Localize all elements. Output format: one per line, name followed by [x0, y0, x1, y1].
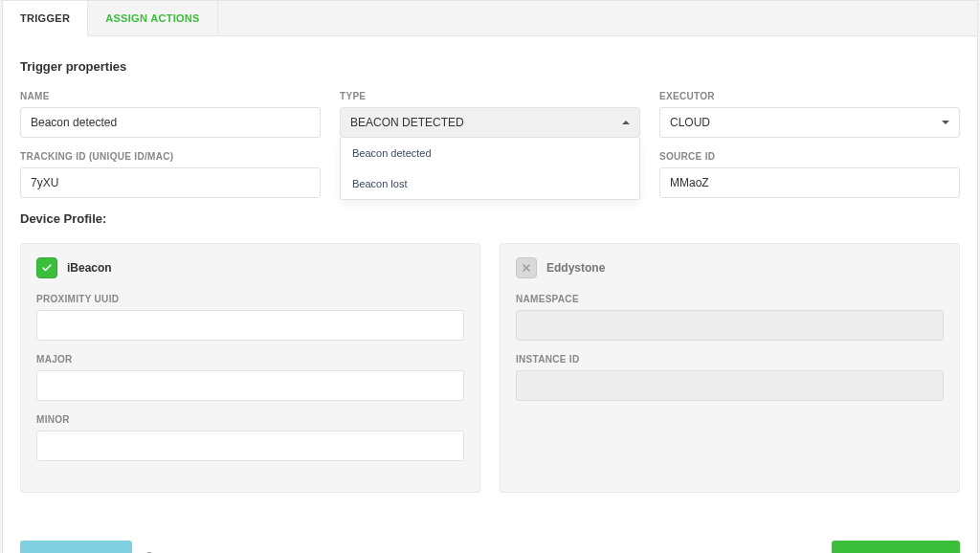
trigger-editor-panel: TRIGGER ASSIGN ACTIONS Trigger propertie…: [2, 0, 978, 553]
name-label: NAME: [20, 91, 321, 101]
help-icon[interactable]: ?: [145, 549, 153, 553]
ibeacon-card: iBeacon PROXIMITY UUID MAJOR MINOR: [20, 243, 480, 493]
check-icon: [41, 262, 53, 274]
major-input[interactable]: [36, 370, 464, 401]
tracking-id-field-group: TRACKING ID (UNIQUE ID/MAC): [20, 151, 321, 198]
source-id-field-group: SOURCE ID: [659, 151, 960, 198]
tracking-id-input[interactable]: [20, 167, 321, 198]
ibeacon-title: iBeacon: [67, 261, 112, 275]
trigger-panel: Trigger properties NAME TYPE BEACON DETE…: [3, 36, 977, 553]
x-icon: [521, 262, 532, 274]
type-label: TYPE: [340, 91, 640, 101]
instance-id-label: INSTANCE ID: [516, 354, 944, 365]
executor-field-group: EXECUTOR CLOUD: [659, 91, 960, 138]
name-input[interactable]: [20, 107, 321, 138]
type-option-beacon-detected[interactable]: Beacon detected: [341, 138, 639, 168]
caret-up-icon: [622, 121, 630, 124]
major-label: MAJOR: [36, 354, 464, 365]
footer-actions: TEST TRIGGER ? CANCEL UPDATE TRIGGER: [20, 512, 960, 553]
eddystone-header: Eddystone: [516, 257, 944, 278]
source-id-label: SOURCE ID: [659, 151, 960, 162]
eddystone-title: Eddystone: [546, 261, 605, 275]
source-id-input[interactable]: [659, 167, 960, 198]
eddystone-checkbox[interactable]: [516, 257, 537, 278]
executor-select[interactable]: CLOUD: [659, 107, 960, 138]
device-profile-title: Device Profile:: [20, 211, 960, 226]
type-option-beacon-lost[interactable]: Beacon lost: [341, 168, 639, 199]
type-dropdown-menu: Beacon detected Beacon lost: [340, 138, 640, 200]
namespace-label: NAMESPACE: [516, 294, 944, 304]
major-group: MAJOR: [36, 354, 464, 401]
ibeacon-header: iBeacon: [36, 257, 464, 278]
test-trigger-button[interactable]: TEST TRIGGER: [20, 541, 132, 553]
cancel-button[interactable]: CANCEL: [745, 541, 821, 553]
instance-id-group: INSTANCE ID: [516, 354, 944, 401]
instance-id-input: [516, 370, 944, 401]
minor-input[interactable]: [36, 431, 464, 461]
type-dropdown-wrap: BEACON DETECTED Beacon detected Beacon l…: [340, 107, 640, 138]
device-profiles: iBeacon PROXIMITY UUID MAJOR MINOR: [20, 243, 960, 493]
tab-trigger[interactable]: TRIGGER: [3, 1, 88, 36]
update-trigger-button[interactable]: UPDATE TRIGGER: [832, 541, 960, 553]
proximity-uuid-group: PROXIMITY UUID: [36, 294, 464, 341]
tab-assign-actions[interactable]: ASSIGN ACTIONS: [88, 1, 218, 35]
proximity-uuid-label: PROXIMITY UUID: [36, 294, 464, 304]
type-select[interactable]: BEACON DETECTED: [340, 107, 640, 138]
namespace-group: NAMESPACE: [516, 294, 944, 341]
section-title: Trigger properties: [20, 59, 960, 74]
caret-down-icon: [942, 121, 949, 124]
eddystone-card: Eddystone NAMESPACE INSTANCE ID: [500, 243, 960, 493]
type-selected-value: BEACON DETECTED: [350, 116, 464, 129]
proximity-uuid-input[interactable]: [36, 310, 464, 341]
tabs-bar: TRIGGER ASSIGN ACTIONS: [3, 1, 977, 36]
type-field-group: TYPE BEACON DETECTED Beacon detected Bea…: [340, 91, 640, 138]
form-row-1: NAME TYPE BEACON DETECTED Beacon detecte…: [20, 91, 960, 138]
executor-selected-value: CLOUD: [670, 116, 710, 129]
namespace-input: [516, 310, 944, 341]
ibeacon-checkbox[interactable]: [36, 257, 57, 278]
executor-label: EXECUTOR: [659, 91, 960, 101]
minor-label: MINOR: [36, 414, 464, 425]
name-field-group: NAME: [20, 91, 321, 138]
tracking-id-label: TRACKING ID (UNIQUE ID/MAC): [20, 151, 321, 162]
minor-group: MINOR: [36, 414, 464, 461]
